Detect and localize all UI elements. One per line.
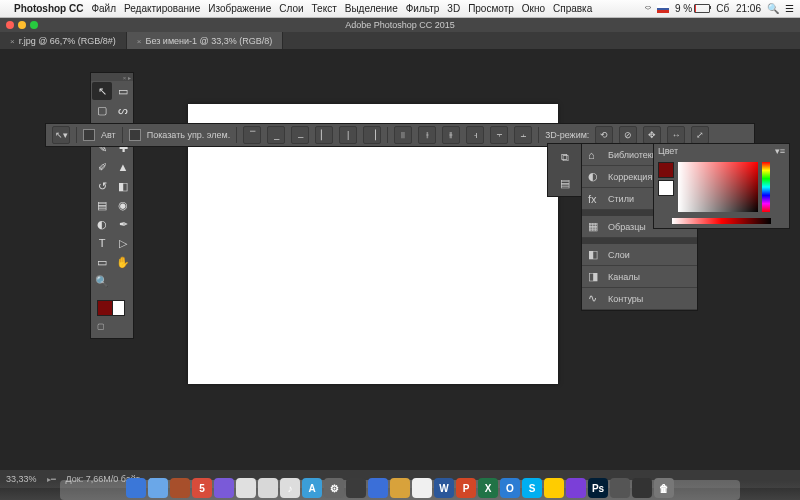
dock-app[interactable] (610, 478, 630, 498)
panel-channels[interactable]: ◨Каналы (582, 266, 697, 288)
menu-изображение[interactable]: Изображение (208, 3, 271, 14)
hue-slider[interactable] (762, 162, 770, 212)
distribute-bottom-icon[interactable]: ⫵ (442, 126, 460, 144)
zoom-tool[interactable]: 🔍 (92, 272, 112, 290)
dock-app[interactable]: ⚙ (324, 478, 344, 498)
color-panel-fg-swatch[interactable] (658, 162, 674, 178)
dock-app[interactable]: P (456, 478, 476, 498)
dock-app[interactable] (368, 478, 388, 498)
dock-app[interactable]: S (522, 478, 542, 498)
dock-app[interactable]: 5 (192, 478, 212, 498)
path-select-tool[interactable]: ▷ (113, 234, 133, 252)
stamp-tool[interactable]: ▲ (113, 158, 133, 176)
history-panel-icon[interactable]: ⧉ (555, 148, 575, 166)
dodge-tool[interactable]: ◐ (92, 215, 112, 233)
blur-tool[interactable]: ◉ (113, 196, 133, 214)
properties-panel-icon[interactable]: ▤ (555, 174, 575, 192)
dock-app[interactable]: 🗑 (654, 478, 674, 498)
panel-paths[interactable]: ∿Контуры (582, 288, 697, 310)
roll-3d-icon[interactable]: ⊘ (619, 126, 637, 144)
dock-app[interactable]: A (302, 478, 322, 498)
close-window-button[interactable] (6, 21, 14, 29)
distribute-top-icon[interactable]: ⫴ (394, 126, 412, 144)
menu-фильтр[interactable]: Фильтр (406, 3, 440, 14)
dock-app[interactable] (236, 478, 256, 498)
distribute-hcenter-icon[interactable]: ⫟ (490, 126, 508, 144)
dock-app[interactable]: Ps (588, 478, 608, 498)
dock-app[interactable]: O (500, 478, 520, 498)
dock-app[interactable]: ♪ (280, 478, 300, 498)
dock-app[interactable] (170, 478, 190, 498)
menu-текст[interactable]: Текст (312, 3, 337, 14)
color-swatches[interactable]: ▢ (91, 291, 133, 334)
dock-app[interactable]: X (478, 478, 498, 498)
eraser-tool[interactable]: ◧ (113, 177, 133, 195)
history-brush-tool[interactable]: ↺ (92, 177, 112, 195)
menu-редактирование[interactable]: Редактирование (124, 3, 200, 14)
menu-слои[interactable]: Слои (279, 3, 303, 14)
dock-app[interactable] (412, 478, 432, 498)
panel-drag-handle[interactable]: × ▸ (91, 73, 133, 81)
tool-preset-picker[interactable]: ↖▾ (52, 126, 70, 144)
align-vcenter-icon[interactable]: ⎯ (267, 126, 285, 144)
menu-просмотр[interactable]: Просмотр (468, 3, 514, 14)
dock-app[interactable] (258, 478, 278, 498)
input-source-flag[interactable] (657, 5, 669, 13)
menu-справка[interactable]: Справка (553, 3, 592, 14)
search-icon[interactable]: 🔍 (767, 3, 779, 14)
dock-app[interactable]: W (434, 478, 454, 498)
align-bottom-icon[interactable]: ⎽ (291, 126, 309, 144)
distribute-right-icon[interactable]: ⫠ (514, 126, 532, 144)
menu-3d[interactable]: 3D (447, 3, 460, 14)
lasso-tool[interactable]: ᔕ (113, 101, 133, 119)
type-tool[interactable]: T (92, 234, 112, 252)
slide-3d-icon[interactable]: ↔ (667, 126, 685, 144)
color-field[interactable] (678, 162, 758, 212)
align-left-icon[interactable]: ▏ (315, 126, 333, 144)
dock-app[interactable] (544, 478, 564, 498)
dock-app[interactable] (566, 478, 586, 498)
artboard-tool[interactable]: ▭ (113, 82, 133, 100)
autoselect-checkbox[interactable] (83, 129, 95, 141)
align-right-icon[interactable]: ▕ (363, 126, 381, 144)
color-ramp[interactable] (672, 218, 771, 224)
close-tab-icon[interactable]: × (137, 37, 142, 46)
quick-mask-toggle[interactable]: ▢ (97, 322, 127, 331)
brush-tool[interactable]: ✐ (92, 158, 112, 176)
dock-app[interactable] (214, 478, 234, 498)
wifi-icon[interactable]: ⌔ (645, 3, 651, 14)
dock-app[interactable] (148, 478, 168, 498)
foreground-color-swatch[interactable] (97, 300, 113, 316)
battery-indicator[interactable]: 9 % (675, 3, 710, 14)
scale-3d-icon[interactable]: ⤢ (691, 126, 709, 144)
orbit-3d-icon[interactable]: ⟲ (595, 126, 613, 144)
distribute-vcenter-icon[interactable]: ⫲ (418, 126, 436, 144)
align-top-icon[interactable]: ⎺ (243, 126, 261, 144)
dock-app[interactable] (390, 478, 410, 498)
close-tab-icon[interactable]: × (10, 37, 15, 46)
minimize-window-button[interactable] (18, 21, 26, 29)
dock-app[interactable] (346, 478, 366, 498)
clock[interactable]: Сб 21:06 (716, 3, 761, 14)
document-tab[interactable]: ×r.jpg @ 66,7% (RGB/8#) (0, 32, 127, 50)
zoom-window-button[interactable] (30, 21, 38, 29)
panel-menu-icon[interactable]: ▾≡ (775, 146, 785, 156)
document-tab[interactable]: ×Без имени-1 @ 33,3% (RGB/8) (127, 32, 283, 50)
notification-center-icon[interactable]: ☰ (785, 3, 794, 14)
distribute-left-icon[interactable]: ⫞ (466, 126, 484, 144)
menu-выделение[interactable]: Выделение (345, 3, 398, 14)
dock-app[interactable] (632, 478, 652, 498)
pan-3d-icon[interactable]: ✥ (643, 126, 661, 144)
move-tool[interactable]: ↖ (92, 82, 112, 100)
dock-app[interactable] (126, 478, 146, 498)
menu-файл[interactable]: Файл (91, 3, 116, 14)
shape-tool[interactable]: ▭ (92, 253, 112, 271)
color-panel-bg-swatch[interactable] (658, 180, 674, 196)
panel-layers[interactable]: ◧Слои (582, 244, 697, 266)
align-hcenter-icon[interactable]: | (339, 126, 357, 144)
app-menu[interactable]: Photoshop CC (14, 3, 83, 14)
color-panel-tab[interactable]: Цвет (658, 146, 678, 156)
gradient-tool[interactable]: ▤ (92, 196, 112, 214)
hand-tool[interactable]: ✋ (113, 253, 133, 271)
pen-tool[interactable]: ✒ (113, 215, 133, 233)
